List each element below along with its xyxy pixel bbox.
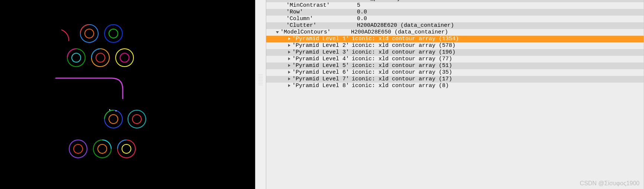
tree-row[interactable]: 'Pyramid Level 5'iconic: xld contour arr… xyxy=(266,63,644,69)
svg-point-2 xyxy=(104,25,122,42)
row-key: 'Pyramid Level 1' xyxy=(292,36,352,42)
row-value: iconic: xld contour array (35) xyxy=(352,69,452,76)
svg-point-5 xyxy=(72,53,81,62)
row-indent xyxy=(266,36,292,42)
chevron-right-icon[interactable] xyxy=(286,42,292,48)
svg-point-9 xyxy=(120,53,129,62)
row-value: iconic: xld contour array (17) xyxy=(352,76,452,83)
row-key: 'Pyramid Level 4' xyxy=(292,56,352,63)
row-value: 0.0 xyxy=(357,16,367,22)
chevron-right-icon[interactable] xyxy=(286,63,292,68)
inspector-panel[interactable]: 'Metric''use_polarity''MinContrast'5'Row… xyxy=(266,0,644,189)
chevron-right-icon[interactable] xyxy=(286,56,292,62)
row-value: iconic: xld contour array (578) xyxy=(352,42,455,49)
tree-row[interactable]: 'Pyramid Level 8'iconic: xld contour arr… xyxy=(266,83,644,89)
row-value: iconic: xld contour array (1354) xyxy=(352,36,459,42)
row-key: 'MinContrast' xyxy=(286,2,357,9)
row-indent xyxy=(266,69,292,76)
row-key: 'Pyramid Level 8' xyxy=(292,83,352,89)
row-indent xyxy=(266,83,292,89)
tree-row[interactable]: 'Pyramid Level 1'iconic: xld contour arr… xyxy=(266,36,644,42)
row-value: 0.0 xyxy=(357,9,367,16)
row-value: iconic: xld contour array (77) xyxy=(352,56,452,63)
svg-point-21 xyxy=(122,144,131,153)
tree-row[interactable]: 'Column'0.0 xyxy=(266,16,644,22)
row-value: iconic: xld contour array (51) xyxy=(352,63,452,69)
svg-point-8 xyxy=(116,49,133,67)
chevron-right-icon[interactable] xyxy=(286,83,292,89)
row-indent xyxy=(266,42,292,49)
contour-canvas xyxy=(0,0,255,189)
chevron-down-icon[interactable] xyxy=(274,29,280,35)
row-value: 5 xyxy=(357,2,360,9)
row-key: 'Pyramid Level 6' xyxy=(292,69,352,76)
row-value: 'use_polarity' xyxy=(357,0,404,2)
svg-point-1 xyxy=(85,29,94,38)
chevron-right-icon[interactable] xyxy=(286,69,292,75)
svg-point-7 xyxy=(96,53,105,62)
svg-point-16 xyxy=(69,140,87,158)
row-value: H200AD28E620 (data_container) xyxy=(357,22,454,29)
svg-point-12 xyxy=(128,110,146,128)
svg-point-3 xyxy=(109,29,118,38)
row-value: H200AD28E650 (data_container) xyxy=(351,29,448,36)
row-key: 'Pyramid Level 3' xyxy=(292,49,352,56)
chevron-right-icon[interactable] xyxy=(286,49,292,55)
pane-divider[interactable] xyxy=(255,0,266,189)
row-indent xyxy=(266,63,292,69)
row-key: 'Clutter' xyxy=(286,22,357,29)
tree-row[interactable]: 'Row'0.0 xyxy=(266,9,644,16)
svg-point-14 xyxy=(109,109,110,110)
tree-row[interactable]: 'Pyramid Level 4'iconic: xld contour arr… xyxy=(266,56,644,63)
tree-row[interactable]: 'Clutter'H200AD28E620 (data_container) xyxy=(266,22,644,29)
svg-point-11 xyxy=(109,115,118,124)
tree-row[interactable]: 'ModelContours'H200AD28E650 (data_contai… xyxy=(266,29,644,36)
row-key: 'Column' xyxy=(286,16,357,22)
row-value: iconic: xld contour array (196) xyxy=(352,49,455,56)
tree-row[interactable]: 'Pyramid Level 6'iconic: xld contour arr… xyxy=(266,69,644,76)
svg-point-13 xyxy=(132,115,141,124)
contour-viewer[interactable] xyxy=(0,0,255,189)
chevron-right-icon[interactable] xyxy=(286,36,292,42)
row-key: 'ModelContours' xyxy=(280,29,351,36)
row-key: 'Pyramid Level 2' xyxy=(292,42,352,49)
chevron-right-icon[interactable] xyxy=(286,76,292,82)
row-value: iconic: xld contour array (8) xyxy=(352,83,449,89)
row-key: 'Pyramid Level 5' xyxy=(292,63,352,69)
row-indent xyxy=(266,76,292,83)
tree-row[interactable]: 'MinContrast'5 xyxy=(266,2,644,9)
tree-row[interactable]: 'Pyramid Level 2'iconic: xld contour arr… xyxy=(266,42,644,49)
svg-point-19 xyxy=(98,144,107,153)
row-key: 'Pyramid Level 7' xyxy=(292,76,352,83)
tree-row[interactable]: 'Pyramid Level 7'iconic: xld contour arr… xyxy=(266,76,644,83)
svg-point-15 xyxy=(116,110,117,112)
svg-point-17 xyxy=(74,144,83,153)
tree-row[interactable]: 'Pyramid Level 3'iconic: xld contour arr… xyxy=(266,49,644,56)
row-indent xyxy=(266,56,292,63)
row-key: 'Row' xyxy=(286,9,357,16)
row-indent xyxy=(266,49,292,56)
row-indent xyxy=(266,29,280,36)
